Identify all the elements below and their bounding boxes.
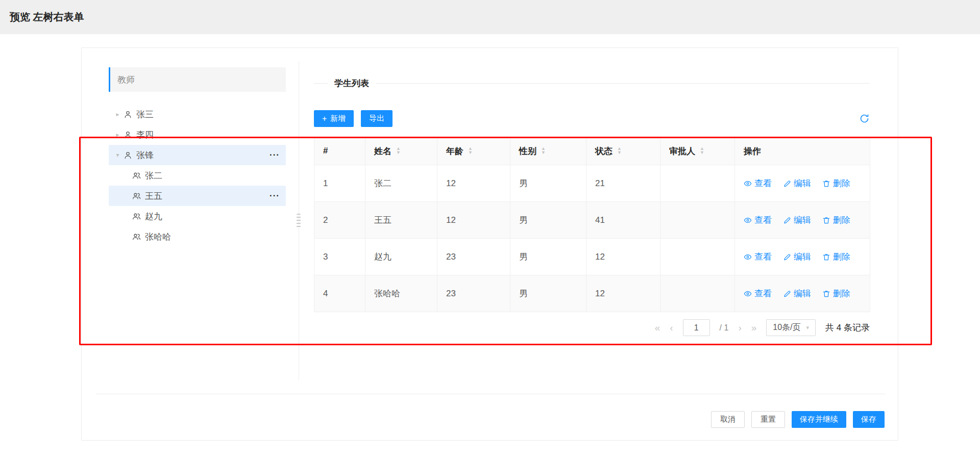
view-link[interactable]: 查看 [744,214,772,226]
view-label: 查看 [754,251,772,263]
export-button[interactable]: 导出 [361,110,393,127]
first-page-button[interactable]: « [655,323,660,333]
col-name[interactable]: 姓名 ▲▼ [365,137,437,165]
last-page-button[interactable]: » [751,323,757,333]
page-size-value: 10条/页 [773,322,800,333]
sort-icon[interactable]: ▲▼ [541,147,546,155]
sort-icon[interactable]: ▲▼ [617,147,622,155]
prev-page-button[interactable]: ‹ [670,323,673,333]
tree-root-label: 教师 [117,74,135,86]
cell-status: 12 [586,239,660,275]
edit-link[interactable]: 编辑 [783,251,811,263]
sort-icon[interactable]: ▲▼ [700,147,704,155]
cancel-button[interactable]: 取消 [711,411,745,428]
column-label: # [323,146,328,156]
tree-item-zhangsan[interactable]: ▸ 张三 [109,104,286,124]
tree-child-wangwu[interactable]: 王五 ··· [109,186,286,206]
column-label: 状态 [595,145,612,157]
tree-item-label: 张三 [136,109,154,120]
view-link[interactable]: 查看 [744,251,772,263]
cell-approver [660,202,735,239]
next-page-button[interactable]: › [738,323,741,333]
page-size-select[interactable]: 10条/页 ▾ [766,319,816,336]
divider-line [376,83,870,84]
cell-actions: 查看 编辑 删除 [735,202,870,239]
cell-gender: 男 [510,239,586,275]
sort-icon[interactable]: ▲▼ [468,147,473,155]
column-label: 性别 [519,145,536,157]
cell-index: 4 [314,275,365,312]
column-label: 年龄 [446,145,463,157]
caret-down-icon[interactable]: ▾ [113,151,122,159]
team-icon [132,233,141,241]
caret-right-icon[interactable]: ▸ [113,131,122,138]
records-total-label: 共 4 条记录 [825,322,870,334]
edit-label: 编辑 [794,288,811,299]
cell-approver [660,239,735,275]
delete-link[interactable]: 删除 [822,214,850,226]
cell-actions: 查看 编辑 删除 [735,275,870,312]
col-age[interactable]: 年龄 ▲▼ [437,137,510,165]
save-continue-button[interactable]: 保存并继续 [792,411,846,428]
reset-button[interactable]: 重置 [751,411,785,428]
sort-icon[interactable]: ▲▼ [396,147,401,155]
more-actions-icon[interactable]: ··· [270,191,280,201]
column-label: 操作 [744,145,761,157]
add-button[interactable]: + 新增 [314,110,354,127]
edit-label: 编辑 [794,214,811,226]
delete-link[interactable]: 删除 [822,177,850,189]
tree-child-zhaojiu[interactable]: 赵九 [109,206,286,226]
col-index: # [314,137,365,165]
delete-link[interactable]: 删除 [822,288,850,299]
table-row: 4 张哈哈 23 男 12 查看 编辑 删除 [314,275,870,312]
trash-icon [822,290,830,298]
col-actions: 操作 [735,137,870,165]
tree-item-lisi[interactable]: ▸ 李四 [109,124,286,145]
splitter-grip-icon[interactable] [297,214,301,228]
tree-root-teacher[interactable]: 教师 [109,67,286,92]
team-icon [132,171,141,180]
edit-link[interactable]: 编辑 [783,214,811,226]
footer-divider [96,394,885,394]
tree-child-zhanger[interactable]: 张二 [109,165,286,186]
cell-index: 1 [314,165,365,202]
tree-child-zhanghaha[interactable]: 张哈哈 [109,226,286,247]
col-status[interactable]: 状态 ▲▼ [586,137,660,165]
view-link[interactable]: 查看 [744,177,772,189]
col-gender[interactable]: 性别 ▲▼ [510,137,586,165]
view-link[interactable]: 查看 [744,288,772,299]
delete-link[interactable]: 删除 [822,251,850,263]
cell-age: 23 [437,239,510,275]
trash-icon [822,253,830,261]
edit-link[interactable]: 编辑 [783,288,811,299]
pagination: « ‹ / 1 › » 10条/页 ▾ 共 4 条记录 [655,319,870,336]
cell-status: 41 [586,202,660,239]
user-icon [124,131,132,139]
cell-index: 2 [314,202,365,239]
view-label: 查看 [754,177,772,189]
page-number-input[interactable] [683,319,710,336]
caret-right-icon[interactable]: ▸ [113,111,122,118]
edit-link[interactable]: 编辑 [783,177,811,189]
refresh-icon[interactable] [859,113,870,124]
cell-age: 23 [437,275,510,312]
plus-icon: + [322,115,327,123]
tree-item-zhangfeng[interactable]: ▾ 张锋 ··· [109,145,286,165]
eye-icon [744,290,752,298]
edit-icon [783,290,791,298]
tree-item-label: 王五 [145,190,162,202]
cell-gender: 男 [510,275,586,312]
col-approver[interactable]: 审批人 ▲▼ [660,137,735,165]
page-total-label: / 1 [720,323,729,333]
section-title: 学生列表 [328,78,376,89]
more-actions-icon[interactable]: ··· [270,150,280,160]
topbar: 预览 左树右表单 [0,0,980,34]
form-preview-card: 教师 ▸ 张三 ▸ 李四 ▾ 张锋 ··· 张二 [81,47,898,441]
table-row: 1 张二 12 男 21 查看 编辑 删除 [314,165,870,202]
panel-splitter[interactable] [296,62,301,380]
export-button-label: 导出 [369,114,384,123]
section-divider: 学生列表 [314,78,870,89]
delete-label: 删除 [833,288,850,299]
save-button[interactable]: 保存 [853,411,885,428]
cell-actions: 查看 编辑 删除 [735,239,870,275]
